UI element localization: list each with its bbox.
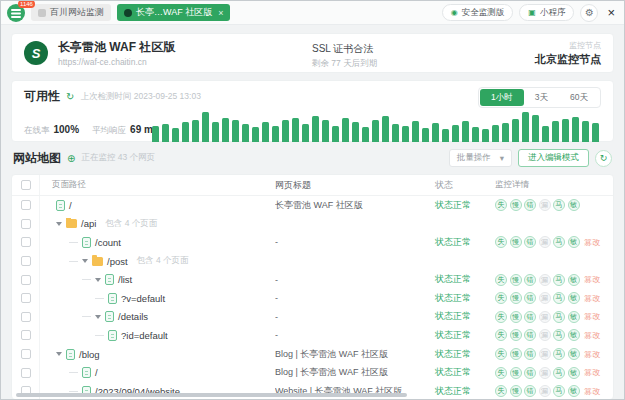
tab-close-icon[interactable]: × <box>218 8 223 18</box>
expand-arrow-icon[interactable] <box>95 315 101 319</box>
monitor-badge-错[interactable]: 错 <box>524 329 536 341</box>
row-checkbox[interactable] <box>21 330 31 340</box>
page-path[interactable]: /details <box>118 311 148 322</box>
page-path[interactable]: ?v=default <box>121 293 165 304</box>
monitor-badge-慢[interactable]: 慢 <box>510 292 522 304</box>
monitor-badge-敏[interactable]: 敏 <box>568 329 580 341</box>
monitor-badge-错[interactable]: 错 <box>524 348 536 360</box>
tamper-badge[interactable]: 篡改 <box>584 274 600 285</box>
tamper-badge[interactable]: 篡改 <box>584 349 600 360</box>
monitor-badge-漏[interactable]: 漏 <box>539 367 551 379</box>
monitor-badge-失[interactable]: 失 <box>495 329 507 341</box>
expand-arrow-icon[interactable] <box>82 259 88 263</box>
expand-arrow-icon[interactable] <box>95 278 101 282</box>
monitor-badge-失[interactable]: 失 <box>495 348 507 360</box>
monitor-badge-失[interactable]: 失 <box>495 274 507 286</box>
monitor-badge-马[interactable]: 马 <box>553 329 565 341</box>
monitor-badge-敏[interactable]: 敏 <box>568 236 580 248</box>
row-checkbox[interactable] <box>21 293 31 303</box>
scrollbar-thumb[interactable] <box>16 393 407 397</box>
time-range-button[interactable]: 60天 <box>559 89 599 106</box>
monitor-badge-马[interactable]: 马 <box>553 311 565 323</box>
monitor-badge-敏[interactable]: 敏 <box>568 311 580 323</box>
monitor-badge-漏[interactable]: 漏 <box>539 348 551 360</box>
monitor-badge-马[interactable]: 马 <box>553 367 565 379</box>
monitor-badge-马[interactable]: 马 <box>553 199 565 211</box>
site-url[interactable]: https://waf-ce.chaitin.cn <box>58 57 175 67</box>
monitor-badge-漏[interactable]: 漏 <box>539 199 551 211</box>
monitor-badge-马[interactable]: 马 <box>553 274 565 286</box>
enter-edit-mode-button[interactable]: 进入编辑模式 <box>518 149 589 167</box>
row-checkbox[interactable] <box>21 312 31 322</box>
page-path[interactable]: / <box>69 200 72 211</box>
monitor-badge-慢[interactable]: 慢 <box>510 199 522 211</box>
mini-program-button[interactable]: ▣ 小程序 <box>519 4 574 21</box>
monitor-badge-漏[interactable]: 漏 <box>539 274 551 286</box>
tamper-badge[interactable]: 篡改 <box>584 293 600 304</box>
availability-stats: 在线率100%平均响应69 ms <box>24 124 152 142</box>
monitor-badge-慢[interactable]: 慢 <box>510 311 522 323</box>
monitor-badge-错[interactable]: 错 <box>524 236 536 248</box>
settings-gear-icon[interactable]: ⚙ <box>580 4 598 22</box>
monitor-badge-敏[interactable]: 敏 <box>568 274 580 286</box>
monitor-badge-错[interactable]: 错 <box>524 199 536 211</box>
monitor-badge-失[interactable]: 失 <box>495 236 507 248</box>
monitor-badge-错[interactable]: 错 <box>524 311 536 323</box>
node-value[interactable]: 北京监控节点 <box>535 52 601 67</box>
tab-baichuan-monitor[interactable]: 百川网站监测 <box>31 4 111 21</box>
refresh-icon[interactable]: ↻ <box>66 91 74 102</box>
time-range-button[interactable]: 3天 <box>524 89 559 106</box>
monitor-badge-失[interactable]: 失 <box>495 292 507 304</box>
monitor-badge-漏[interactable]: 漏 <box>539 329 551 341</box>
tamper-badge[interactable]: 篡改 <box>584 311 600 322</box>
monitor-badge-漏[interactable]: 漏 <box>539 311 551 323</box>
row-checkbox[interactable] <box>21 200 31 210</box>
page-path[interactable]: /blog <box>79 349 100 360</box>
row-checkbox[interactable] <box>21 237 31 247</box>
page-path[interactable]: / <box>95 367 98 378</box>
monitor-badge-马[interactable]: 马 <box>553 348 565 360</box>
monitor-badge-敏[interactable]: 敏 <box>568 367 580 379</box>
monitor-badge-漏[interactable]: 漏 <box>539 236 551 248</box>
page-path[interactable]: /post <box>107 256 128 267</box>
tamper-badge[interactable]: 篡改 <box>584 237 600 248</box>
row-checkbox[interactable] <box>21 349 31 359</box>
tamper-badge[interactable]: 篡改 <box>584 367 600 378</box>
monitor-badge-慢[interactable]: 慢 <box>510 348 522 360</box>
time-range-button[interactable]: 1小时 <box>480 89 524 106</box>
tamper-badge[interactable]: 篡改 <box>584 330 600 341</box>
page-path[interactable]: /list <box>118 274 132 285</box>
refresh-icon[interactable]: ↻ <box>595 150 612 167</box>
tab-safeline-waf[interactable]: 长亭…WAF 社区版 × <box>117 4 230 21</box>
row-checkbox[interactable] <box>21 368 31 378</box>
row-checkbox[interactable] <box>21 275 31 285</box>
window-close-icon[interactable]: × <box>604 5 618 20</box>
monitor-badge-漏[interactable]: 漏 <box>539 292 551 304</box>
monitor-badge-错[interactable]: 错 <box>524 274 536 286</box>
row-checkbox[interactable] <box>21 219 31 229</box>
monitor-badge-慢[interactable]: 慢 <box>510 329 522 341</box>
monitor-badge-敏[interactable]: 敏 <box>568 348 580 360</box>
page-path[interactable]: /count <box>95 237 121 248</box>
monitor-badge-敏[interactable]: 敏 <box>568 199 580 211</box>
monitor-badge-失[interactable]: 失 <box>495 199 507 211</box>
security-monitor-version-button[interactable]: ◉ 安全监测版 <box>442 4 513 21</box>
monitor-badge-马[interactable]: 马 <box>553 292 565 304</box>
monitor-badge-慢[interactable]: 慢 <box>510 236 522 248</box>
monitor-badge-失[interactable]: 失 <box>495 311 507 323</box>
expand-arrow-icon[interactable] <box>56 352 62 356</box>
page-path[interactable]: /api <box>81 218 96 229</box>
monitor-badge-敏[interactable]: 敏 <box>568 292 580 304</box>
monitor-badge-失[interactable]: 失 <box>495 367 507 379</box>
page-path[interactable]: ?id=default <box>121 330 168 341</box>
expand-arrow-icon[interactable] <box>56 222 62 226</box>
launcher-button[interactable]: 1146 <box>7 4 25 22</box>
bulk-action-dropdown[interactable]: 批量操作 ▾ <box>449 149 512 167</box>
row-checkbox[interactable] <box>21 256 31 266</box>
monitor-badge-错[interactable]: 错 <box>524 367 536 379</box>
monitor-badge-错[interactable]: 错 <box>524 292 536 304</box>
select-all-checkbox[interactable] <box>21 180 31 190</box>
monitor-badge-慢[interactable]: 慢 <box>510 367 522 379</box>
monitor-badge-马[interactable]: 马 <box>553 236 565 248</box>
monitor-badge-慢[interactable]: 慢 <box>510 274 522 286</box>
